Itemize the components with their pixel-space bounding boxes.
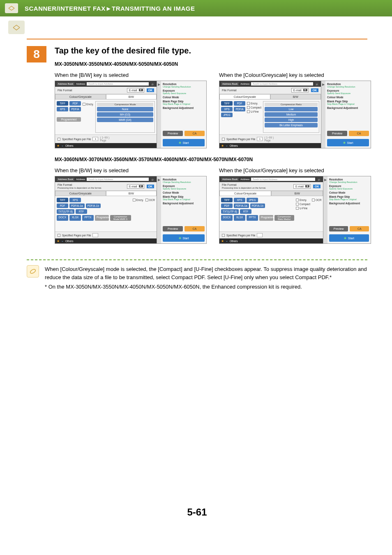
comp-mh[interactable]: MH (G3)	[97, 112, 153, 117]
start-button[interactable]: Start	[163, 139, 205, 146]
comp-high[interactable]: High	[265, 118, 318, 122]
encry-checkbox[interactable]: Encry.	[83, 103, 94, 106]
caption-s2-color: When the [Colour/Greyscale] key is selec…	[219, 167, 371, 173]
caption-s1-bw: When the [B/W] key is selected	[55, 72, 207, 78]
note-footnote: * On the MX-3050N/MX-3550N/MX-4050N/MX-5…	[45, 283, 367, 291]
step-row: 8 Tap the key of the desired file type. …	[27, 46, 367, 252]
chevron-down-icon[interactable]: ⌄	[61, 144, 64, 147]
note-icon	[27, 265, 39, 278]
comp-mmr[interactable]: MMR (G4)	[97, 118, 153, 122]
filetype-tiff[interactable]: TIFF	[57, 101, 68, 106]
ok-button[interactable]: OK	[147, 88, 154, 92]
divider-orange	[27, 39, 367, 39]
scanner-icon	[5, 3, 18, 13]
note-body: When [Colour/Greyscale] mode is selected…	[45, 265, 367, 281]
screenshot-s1-bw: Address Book Address Touch to input Addr…	[55, 81, 207, 148]
note-block: When [Colour/Greyscale] mode is selected…	[27, 265, 367, 293]
filetype-jpeg[interactable]: JPEG	[221, 113, 233, 117]
ocr-checkbox[interactable]: OCR	[145, 199, 155, 201]
screens-row-1: When the [B/W] key is selected Address B…	[55, 72, 371, 148]
page: 8 Tap the key of the desired file type. …	[0, 16, 392, 530]
screenshot-s2-color: Address Book Address Touch to input Addr…	[219, 176, 371, 244]
note-divider	[27, 259, 367, 260]
step-number: 8	[27, 46, 46, 62]
model-line-2: MX-3060N/MX-3070N/MX-3560N/MX-3570N/MX-4…	[55, 157, 371, 162]
screenshot-s1-color: Address Book Address Touch to input Addr…	[219, 81, 371, 148]
caption-s2-bw: When the [B/W] key is selected	[55, 167, 207, 173]
tab-colour[interactable]: Colour/Greyscale	[55, 94, 106, 99]
address-book-tab[interactable]: Address Book	[57, 82, 74, 86]
search-icon[interactable]: ⌕	[150, 82, 155, 86]
ufine-checkbox[interactable]: U-Fine	[247, 110, 261, 113]
tab-bw[interactable]: B/W	[106, 94, 157, 99]
address-input[interactable]: Touch to input Address	[87, 82, 149, 86]
screenshot-s2-bw: Address Book Address Touch to input Addr…	[55, 176, 207, 244]
filetype-xps[interactable]: XPS	[57, 107, 68, 111]
step-title: Tap the key of the desired file type.	[55, 46, 371, 56]
filetype-pdfa[interactable]: PDF/A	[69, 107, 81, 111]
expand-arrow-icon[interactable]: ▶	[157, 81, 161, 148]
screens-row-2: When the [B/W] key is selected Address B…	[55, 167, 371, 244]
ca-button[interactable]: CA	[184, 131, 205, 136]
page-number: 5-61	[27, 506, 367, 530]
svg-point-0	[30, 268, 36, 274]
caption-s1-color: When the [Colour/Greyscale] key is selec…	[219, 72, 371, 78]
model-line-1: MX-3050N/MX-3550N/MX-4050N/MX-5050N/MX-6…	[55, 61, 371, 67]
breadcrumb: SCANNER/INTERNET FAX►TRANSMITTING AN IMA…	[25, 5, 195, 12]
comp-none[interactable]: None	[97, 107, 153, 111]
compact-checkbox[interactable]: Compact	[247, 106, 261, 109]
star-icon[interactable]: ★	[57, 144, 60, 148]
corner-scanner-icon	[8, 21, 25, 34]
filetype-pdf[interactable]: PDF	[69, 101, 81, 106]
pages-input[interactable]: 1	[92, 137, 98, 141]
others-button[interactable]: Others	[65, 144, 74, 147]
comp-low[interactable]: Low	[265, 107, 318, 111]
preview-button[interactable]: Preview	[163, 131, 183, 136]
comp-bkletter[interactable]: Bk Letter Emphasis	[265, 123, 318, 127]
format-dropdown[interactable]: E-mail	[127, 88, 144, 92]
search-icon[interactable]: ⌕	[315, 82, 319, 86]
comp-medium[interactable]: Medium	[265, 112, 318, 117]
header-bar: SCANNER/INTERNET FAX►TRANSMITTING AN IMA…	[0, 0, 392, 16]
programmed-button: Programmed	[57, 117, 81, 122]
